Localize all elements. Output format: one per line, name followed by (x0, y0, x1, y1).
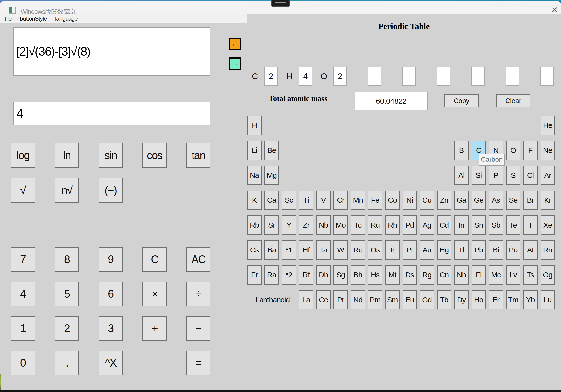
element-cell[interactable]: Sr (264, 215, 279, 235)
element-cell[interactable]: Rb (247, 215, 262, 235)
keypad-key[interactable]: + (142, 316, 167, 341)
element-cell[interactable]: Al (454, 166, 469, 185)
menu-item[interactable]: language (55, 15, 78, 22)
element-cell[interactable]: Er (489, 290, 503, 309)
element-cell[interactable]: I (523, 215, 538, 235)
element-cell[interactable]: Hg (437, 240, 451, 260)
menu-item[interactable]: buttonStyle (20, 15, 47, 22)
element-cell[interactable]: Be (264, 141, 279, 160)
element-cell[interactable]: Ds (403, 265, 417, 285)
element-count-input[interactable]: 2 (264, 67, 278, 86)
element-cell[interactable]: Ga (454, 191, 469, 210)
element-count-input[interactable] (402, 67, 416, 86)
element-cell[interactable]: S (506, 166, 520, 185)
element-cell[interactable]: Rn (541, 240, 555, 260)
keypad-key[interactable]: . (55, 351, 79, 375)
element-cell[interactable]: Sm (385, 290, 400, 309)
element-count-input[interactable] (368, 67, 381, 86)
keypad-key[interactable]: 8 (55, 247, 79, 272)
element-cell[interactable]: Fr (247, 265, 262, 285)
element-cell[interactable]: Ti (299, 191, 313, 210)
element-cell[interactable]: Cr (333, 191, 348, 210)
clear-button[interactable]: Clear (496, 94, 530, 107)
keypad-key[interactable]: 7 (11, 247, 35, 272)
keypad-key[interactable]: 4 (11, 282, 35, 306)
element-cell[interactable]: Ce (316, 290, 331, 309)
function-key[interactable]: (−) (99, 178, 123, 203)
element-cell[interactable]: Tl (454, 240, 469, 260)
keypad-key[interactable]: 6 (99, 282, 123, 306)
element-cell[interactable]: Pt (403, 240, 417, 260)
element-count-input[interactable] (471, 67, 485, 86)
menu-item[interactable]: file (5, 15, 12, 22)
element-cell[interactable]: Pm (368, 290, 382, 309)
element-cell[interactable]: Fe (368, 191, 382, 210)
element-cell[interactable]: *1 (282, 240, 296, 260)
element-cell[interactable]: Yb (523, 290, 538, 309)
element-cell[interactable]: Rg (420, 265, 434, 285)
element-cell[interactable]: H (247, 116, 262, 135)
window-drag-handle[interactable] (271, 0, 290, 7)
element-cell[interactable]: Mn (351, 191, 365, 210)
forward-arrow-button[interactable]: → (229, 57, 241, 70)
element-count-input[interactable] (506, 67, 519, 86)
element-cell[interactable]: Ta (316, 240, 331, 260)
element-cell[interactable]: Ho (472, 290, 486, 309)
element-cell[interactable]: Ru (368, 215, 382, 235)
element-cell[interactable]: Sb (489, 215, 503, 235)
element-cell[interactable]: Cu (420, 191, 434, 210)
function-key[interactable]: log (11, 143, 35, 168)
element-cell[interactable]: B (454, 141, 469, 160)
element-cell[interactable]: Lv (506, 265, 520, 285)
element-cell[interactable]: Cl (523, 166, 538, 185)
function-key[interactable]: tan (186, 143, 210, 168)
element-cell[interactable]: Mo (333, 215, 348, 235)
element-cell[interactable]: Hs (368, 265, 382, 285)
element-cell[interactable]: Li (247, 141, 262, 160)
element-cell[interactable]: Cd (437, 215, 451, 235)
element-cell[interactable]: Cs (247, 240, 262, 260)
function-key[interactable]: ln (55, 143, 79, 168)
element-cell[interactable]: Fl (472, 265, 486, 285)
keypad-key[interactable]: ^X (99, 351, 123, 375)
element-cell[interactable]: Se (506, 191, 520, 210)
element-count-input[interactable] (437, 67, 450, 86)
element-cell[interactable]: Bh (351, 265, 365, 285)
element-cell[interactable]: O (506, 141, 520, 160)
element-cell[interactable]: Ar (541, 166, 555, 185)
keypad-key[interactable]: = (186, 351, 210, 375)
element-count-input[interactable] (540, 67, 554, 86)
element-cell[interactable]: Nb (316, 215, 331, 235)
element-cell[interactable]: Ra (264, 265, 279, 285)
function-key[interactable]: √ (11, 178, 35, 203)
element-cell[interactable]: Bi (489, 240, 503, 260)
element-cell[interactable]: Mc (489, 265, 503, 285)
element-cell[interactable]: Pb (472, 240, 486, 260)
element-cell[interactable]: Cn (437, 265, 451, 285)
element-cell[interactable]: Sn (472, 215, 486, 235)
element-cell[interactable]: Gd (420, 290, 434, 309)
keypad-key[interactable]: 3 (99, 316, 123, 341)
element-cell[interactable]: Nh (454, 265, 469, 285)
element-cell[interactable]: Sg (333, 265, 348, 285)
element-cell[interactable]: Na (247, 166, 262, 185)
element-cell[interactable]: Au (420, 240, 434, 260)
element-cell[interactable]: As (489, 191, 503, 210)
element-count-input[interactable]: 2 (333, 67, 347, 86)
close-icon[interactable]: ✕ (548, 4, 561, 15)
copy-button[interactable]: Copy (444, 94, 479, 107)
function-key[interactable]: cos (142, 143, 167, 168)
element-cell[interactable]: He (541, 116, 555, 135)
element-cell[interactable]: Ag (420, 215, 434, 235)
function-key[interactable]: n√ (55, 178, 79, 203)
element-cell[interactable]: Dy (454, 290, 469, 309)
element-cell[interactable]: Xe (541, 215, 555, 235)
element-cell[interactable]: Ir (385, 240, 400, 260)
element-cell[interactable]: Co (385, 191, 400, 210)
element-cell[interactable]: Si (472, 166, 486, 185)
element-cell[interactable]: Ts (523, 265, 538, 285)
element-count-input[interactable]: 4 (299, 67, 312, 86)
element-cell[interactable]: Rf (299, 265, 313, 285)
keypad-key[interactable]: 1 (11, 316, 35, 341)
element-cell[interactable]: F (523, 141, 538, 160)
